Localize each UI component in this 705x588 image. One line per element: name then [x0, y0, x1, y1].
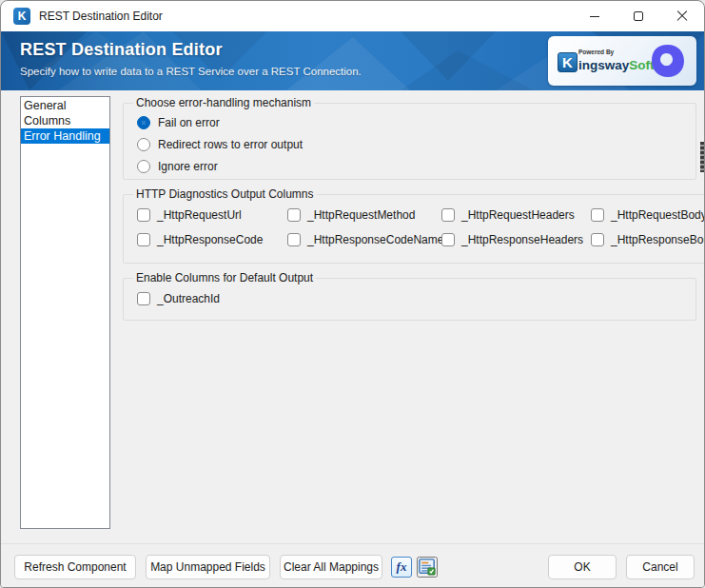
clear-all-mappings-button[interactable]: Clear All Mappings [280, 555, 382, 579]
radio-row-redirect-rows[interactable]: Redirect rows to error output [137, 138, 686, 151]
close-button[interactable] [660, 1, 704, 31]
http-diagnostics-grid: _HttpRequestUrl _HttpRequestMethod _Http… [137, 208, 705, 246]
check-item-http-response-body[interactable]: _HttpResponseBody [591, 233, 705, 246]
radio-row-ignore-error[interactable]: Ignore error [137, 160, 686, 173]
group-default-output: Enable Columns for Default Output _Outre… [123, 271, 696, 321]
check-item-http-response-headers[interactable]: _HttpResponseHeaders [441, 233, 591, 246]
sidebar-item-columns[interactable]: Columns [21, 113, 109, 128]
titlebar: K REST Destination Editor [1, 1, 704, 31]
refresh-component-button[interactable]: Refresh Component [14, 555, 136, 579]
main-content: General Columns Error Handling Choose er… [1, 90, 704, 543]
sidebar-item-error-handling[interactable]: Error Handling [21, 128, 109, 144]
checkbox-http-request-body[interactable] [591, 208, 604, 222]
checkbox-http-response-body[interactable] [591, 233, 604, 246]
checkbox-outreach-id[interactable] [137, 292, 150, 305]
ok-button[interactable]: OK [548, 555, 617, 579]
window-edge-scroll-mark [700, 142, 704, 172]
checkbox-http-request-url[interactable] [137, 208, 150, 222]
rest-destination-editor-window: K REST Destination Editor REST Destinati… [0, 0, 705, 588]
radio-label: Fail on error [158, 116, 220, 129]
app-icon: K [13, 8, 30, 25]
radio-label: Ignore error [158, 160, 218, 173]
kingswaysoft-k-icon: K [558, 52, 578, 72]
minimize-button[interactable] [573, 1, 617, 31]
radio-fail-on-error[interactable] [137, 116, 150, 129]
kingsway-label: ingsway [578, 58, 629, 72]
grid-report-icon [419, 558, 436, 577]
window-title: REST Destination Editor [39, 10, 163, 23]
group-error-handling: Choose error-handling mechanism Fail on … [123, 96, 696, 180]
cancel-button[interactable]: Cancel [626, 555, 695, 579]
map-unmapped-fields-button[interactable]: Map Unmapped Fields [146, 555, 270, 579]
expression-fx-button[interactable]: fx [391, 557, 412, 578]
checkbox-http-request-headers[interactable] [441, 208, 455, 222]
outreach-logo-icon [651, 44, 685, 78]
checkbox-http-response-headers[interactable] [441, 233, 455, 246]
radio-ignore-error[interactable] [137, 160, 150, 173]
header-title: REST Destination Editor [20, 40, 223, 60]
kingswaysoft-logo: K Powered By ingswaySoft [558, 49, 655, 72]
window-controls [573, 1, 704, 31]
check-item-outreach-id[interactable]: _OutreachId [137, 292, 287, 305]
header-banner: REST Destination Editor Specify how to w… [1, 31, 704, 90]
maximize-icon [634, 11, 643, 21]
checkbox-http-request-method[interactable] [287, 208, 301, 222]
column-mapping-grid-button[interactable] [417, 557, 438, 578]
header-subtitle: Specify how to write data to a REST Serv… [20, 66, 362, 77]
radio-row-fail-on-error[interactable]: Fail on error [137, 116, 686, 129]
check-item-http-request-method[interactable]: _HttpRequestMethod [287, 208, 441, 222]
close-icon [676, 10, 688, 22]
checkbox-http-response-code[interactable] [137, 233, 150, 246]
maximize-button[interactable] [617, 1, 660, 31]
radio-label: Redirect rows to error output [158, 138, 303, 151]
minimize-icon [590, 16, 599, 17]
footer-bar: Refresh Component Map Unmapped Fields Cl… [1, 543, 704, 588]
page-list: General Columns Error Handling [20, 96, 110, 529]
check-item-http-request-body[interactable]: _HttpRequestBody [591, 208, 705, 222]
check-item-http-request-headers[interactable]: _HttpRequestHeaders [441, 208, 591, 222]
radio-redirect-rows[interactable] [137, 138, 150, 151]
default-output-grid: _OutreachId [137, 292, 686, 305]
check-item-http-request-url[interactable]: _HttpRequestUrl [137, 208, 287, 222]
group-http-diagnostics-title: HTTP Diagnostics Output Columns [133, 187, 317, 201]
group-http-diagnostics: HTTP Diagnostics Output Columns _HttpReq… [123, 187, 705, 264]
powered-by-label: Powered By [578, 49, 655, 56]
check-item-http-response-code-name[interactable]: _HttpResponseCodeName [287, 233, 441, 246]
checkbox-http-response-code-name[interactable] [287, 233, 301, 246]
group-default-output-title: Enable Columns for Default Output [133, 271, 316, 284]
sidebar-item-general[interactable]: General [21, 98, 109, 113]
brand-box: K Powered By ingswaySoft [548, 36, 696, 86]
check-item-http-response-code[interactable]: _HttpResponseCode [137, 233, 287, 246]
group-error-handling-title: Choose error-handling mechanism [133, 96, 314, 109]
